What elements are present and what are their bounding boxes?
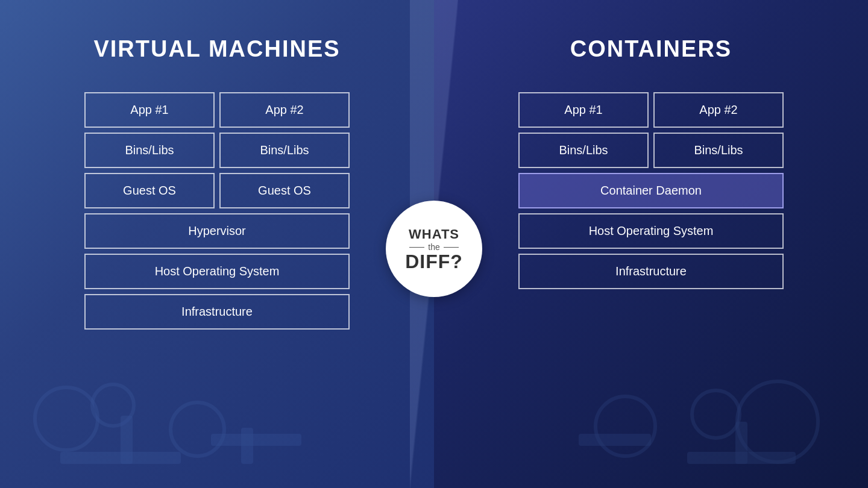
cont-row-2: Bins/Libs Bins/Libs bbox=[518, 133, 784, 168]
badge-whats: WHATS bbox=[409, 227, 459, 242]
cont-app1: App #1 bbox=[518, 92, 649, 128]
vm-hostos: Host Operating System bbox=[84, 254, 350, 289]
cont-row-1: App #1 App #2 bbox=[518, 92, 784, 128]
vm-side: VIRTUAL MACHINES App #1 App #2 Bins/Libs… bbox=[0, 0, 434, 488]
cont-hostos: Host Operating System bbox=[518, 213, 784, 249]
cont-row-5: Infrastructure bbox=[518, 254, 784, 289]
vm-row-1: App #1 App #2 bbox=[84, 92, 350, 128]
containers-side: CONTAINERS App #1 App #2 Bins/Libs Bins/… bbox=[434, 0, 868, 488]
containers-title: CONTAINERS bbox=[570, 36, 732, 62]
vm-infra: Infrastructure bbox=[84, 294, 350, 330]
vm-title: VIRTUAL MACHINES bbox=[93, 36, 340, 62]
badge-diff: DIFF? bbox=[405, 252, 463, 271]
vm-guestos1: Guest OS bbox=[84, 173, 215, 208]
cont-row-4: Host Operating System bbox=[518, 213, 784, 249]
vm-bins2: Bins/Libs bbox=[219, 133, 350, 168]
vm-row-6: Infrastructure bbox=[84, 294, 350, 330]
vm-row-2: Bins/Libs Bins/Libs bbox=[84, 133, 350, 168]
cont-app2: App #2 bbox=[653, 92, 784, 128]
vm-row-3: Guest OS Guest OS bbox=[84, 173, 350, 208]
vm-row-4: Hypervisor bbox=[84, 213, 350, 249]
vm-guestos2: Guest OS bbox=[219, 173, 350, 208]
cont-row-3: Container Daemon bbox=[518, 173, 784, 208]
cont-infra: Infrastructure bbox=[518, 254, 784, 289]
vm-app2: App #2 bbox=[219, 92, 350, 128]
cont-bins2: Bins/Libs bbox=[653, 133, 784, 168]
vm-row-5: Host Operating System bbox=[84, 254, 350, 289]
vm-hypervisor: Hypervisor bbox=[84, 213, 350, 249]
whats-the-diff-badge: WHATS the DIFF? bbox=[386, 201, 482, 297]
containers-stack: App #1 App #2 Bins/Libs Bins/Libs Contai… bbox=[518, 92, 784, 289]
vm-app1: App #1 bbox=[84, 92, 215, 128]
cont-daemon: Container Daemon bbox=[518, 173, 784, 208]
vm-bins1: Bins/Libs bbox=[84, 133, 215, 168]
vm-stack: App #1 App #2 Bins/Libs Bins/Libs Guest … bbox=[84, 92, 350, 330]
cont-bins1: Bins/Libs bbox=[518, 133, 649, 168]
